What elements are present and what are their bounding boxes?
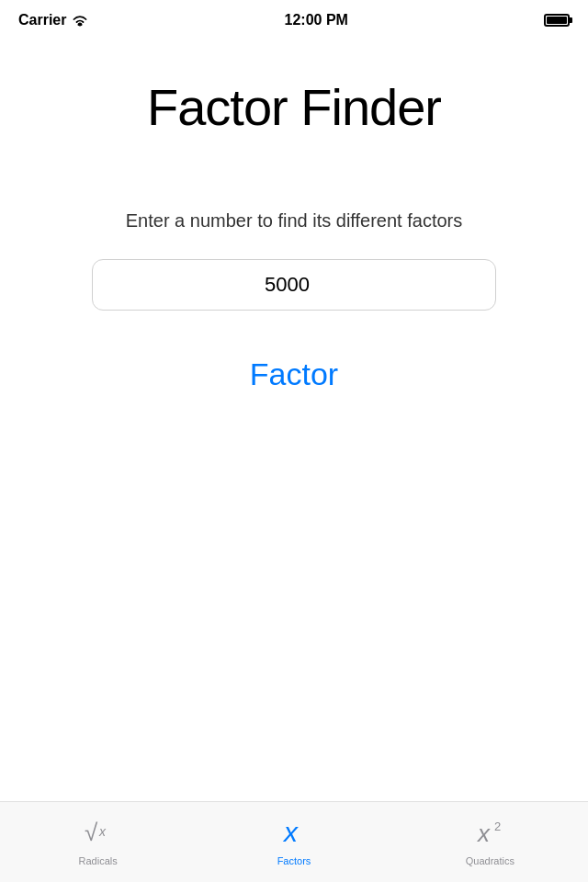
radicals-label: Radicals — [79, 855, 118, 866]
svg-text:2: 2 — [494, 820, 501, 833]
factor-button[interactable]: Factor — [232, 347, 356, 401]
tab-bar: √ x Radicals x Factors x 2 Quadratics — [0, 801, 588, 882]
main-content: Factor Finder Enter a number to find its… — [0, 40, 588, 401]
svg-point-0 — [79, 24, 82, 27]
factors-label: Factors — [277, 855, 311, 866]
tab-radicals[interactable]: √ x Radicals — [0, 808, 196, 866]
status-carrier: Carrier — [18, 12, 88, 28]
quadratics-label: Quadratics — [466, 855, 514, 866]
number-input[interactable] — [92, 259, 496, 311]
svg-text:√: √ — [85, 819, 98, 846]
status-time: 12:00 PM — [285, 12, 348, 28]
carrier-text: Carrier — [18, 12, 66, 28]
battery-icon — [544, 14, 570, 27]
status-battery — [544, 14, 570, 27]
wifi-icon — [72, 14, 88, 27]
radicals-icon: √ x — [83, 816, 114, 852]
tab-quadratics[interactable]: x 2 Quadratics — [392, 808, 588, 866]
quadratics-icon: x 2 — [474, 816, 505, 852]
tab-factors[interactable]: x Factors — [196, 808, 391, 866]
subtitle-text: Enter a number to find its different fac… — [126, 210, 462, 232]
svg-text:x: x — [98, 824, 107, 839]
svg-text:x: x — [282, 817, 299, 847]
app-title: Factor Finder — [147, 77, 441, 137]
factors-icon: x — [278, 816, 310, 852]
svg-text:x: x — [476, 820, 491, 847]
status-bar: Carrier 12:00 PM — [0, 0, 588, 40]
